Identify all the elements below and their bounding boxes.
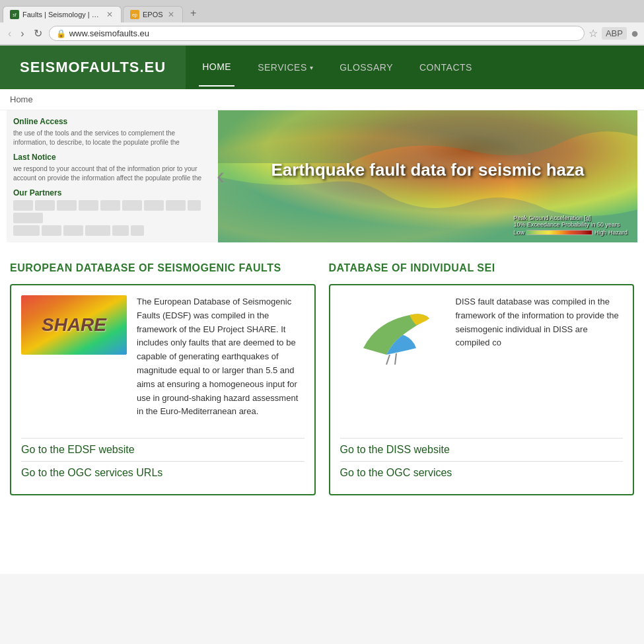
site-logo: SEISMOFAULTS.EU [0, 46, 186, 89]
tab-close-1[interactable]: ✕ [105, 10, 114, 19]
partner-logo [13, 225, 40, 236]
nav-services-arrow: ▾ [310, 64, 314, 71]
partner-logo [112, 225, 129, 236]
lock-icon: 🔒 [56, 29, 66, 38]
forward-button[interactable]: › [18, 26, 26, 41]
browser-chrome: sf Faults | Seismology | E... ✕ ep EPOS … [0, 0, 644, 46]
diss-bird-svg [350, 302, 436, 368]
hero-section1-text: the use of the tools and the services to… [13, 129, 211, 147]
diss-ogc-link[interactable]: Go to the OGC services [340, 461, 624, 484]
adblock-ext-button[interactable]: ABP [602, 27, 627, 40]
edsf-description: The European Database of Seismogenic Fau… [137, 295, 304, 419]
diss-title: DATABASE OF INDIVIDUAL SEI [329, 262, 635, 274]
breadcrumb: Home [0, 89, 644, 110]
partner-logo [35, 200, 55, 211]
nav-glossary[interactable]: GLOSSARY [336, 49, 396, 86]
site-nav: HOME SERVICES ▾ GLOSSARY CONTACTS [186, 46, 489, 89]
browser-toolbar: ‹ › ↻ 🔒 www.seismofaults.eu ☆ ABP ● [0, 22, 644, 45]
share-logo-text: SHARE [42, 314, 106, 336]
hero-right-panel: Peak Ground Acceleration [g]10% Exceedan… [218, 110, 637, 242]
edsf-links: Go to the EDSF website Go to the OGC ser… [21, 438, 304, 484]
diss-website-link[interactable]: Go to the DISS website [340, 438, 624, 461]
hero-left-panel: Online Access the use of the tools and t… [7, 110, 218, 242]
edsf-card: SHARE The European Database of Seismogen… [10, 284, 316, 495]
color-ext-button[interactable]: ● [631, 26, 639, 41]
edsf-share-logo: SHARE [21, 295, 127, 355]
hero-slide-text: Earthquake fault data for seismic haza [239, 160, 617, 180]
new-tab-button[interactable]: + [184, 4, 203, 22]
tab-close-2[interactable]: ✕ [166, 10, 176, 19]
partner-logo [100, 200, 120, 211]
browser-tab-1[interactable]: sf Faults | Seismology | E... ✕ [3, 6, 122, 22]
partners-section: Our Partners [13, 188, 211, 236]
partner-logo [13, 213, 43, 223]
partner-logo [57, 200, 77, 211]
site-header: SEISMOFAULTS.EU HOME SERVICES ▾ GLOSSARY… [0, 46, 644, 89]
diss-description: DISS fault database was compiled in the … [456, 295, 624, 375]
nav-home[interactable]: HOME [199, 48, 234, 87]
tab-title-1: Faults | Seismology | E... [22, 11, 102, 18]
nav-services-label: SERVICES [258, 62, 307, 73]
map-legend: Peak Ground Acceleration [g]10% Exceedan… [513, 215, 627, 236]
url-text: www.seismofaults.eu [69, 28, 149, 38]
back-button[interactable]: ‹ [5, 26, 14, 41]
partner-logo [42, 225, 61, 236]
hero-section2-text: we respond to your account that of the i… [13, 164, 211, 183]
breadcrumb-home[interactable]: Home [10, 94, 33, 104]
partner-logo [63, 225, 83, 236]
bookmark-star[interactable]: ☆ [589, 27, 598, 40]
edsf-website-link[interactable]: Go to the EDSF website [21, 438, 304, 461]
tab-favicon-1: sf [10, 10, 19, 19]
diss-section: DATABASE OF INDIVIDUAL SEI [329, 262, 635, 495]
partner-logo [166, 200, 186, 211]
diss-links: Go to the DISS website Go to the OGC ser… [340, 438, 624, 484]
hero-slider: Online Access the use of the tools and t… [7, 110, 637, 242]
partner-logo [188, 200, 201, 211]
svg-line-4 [395, 353, 396, 365]
address-bar[interactable]: 🔒 www.seismofaults.eu [49, 26, 585, 41]
browser-tabs: sf Faults | Seismology | E... ✕ ep EPOS … [0, 0, 644, 22]
hero-section1-title: Online Access [13, 117, 211, 126]
partner-logo [131, 225, 144, 236]
diss-card-top: DISS fault database was compiled in the … [340, 295, 624, 375]
tab-favicon-2: ep [130, 10, 139, 19]
edsf-ogc-link[interactable]: Go to the OGC services URLs [21, 461, 304, 484]
nav-contacts[interactable]: CONTACTS [416, 49, 476, 86]
partner-logo [79, 200, 98, 211]
browser-tab-2[interactable]: ep EPOS ✕ [123, 6, 183, 22]
edsf-title: EUROPEAN DATABASE OF SEISMOGENIC FAULTS [10, 262, 316, 274]
partner-logo [13, 200, 33, 211]
partners-title: Our Partners [13, 188, 211, 197]
diss-logo [340, 295, 446, 375]
diss-card: DISS fault database was compiled in the … [329, 284, 635, 495]
tab-title-2: EPOS [143, 11, 163, 18]
svg-line-3 [386, 355, 390, 365]
main-content: EUROPEAN DATABASE OF SEISMOGENIC FAULTS [0, 242, 644, 515]
partner-logo [85, 225, 110, 236]
edsf-card-top: SHARE The European Database of Seismogen… [21, 295, 304, 419]
partner-logo [144, 200, 164, 211]
hero-prev-button[interactable]: ‹ [217, 162, 225, 190]
partners-logos-2 [13, 225, 211, 236]
reload-button[interactable]: ↻ [31, 26, 45, 41]
edsf-section: EUROPEAN DATABASE OF SEISMOGENIC FAULTS [10, 262, 316, 495]
page-wrapper: SEISMOFAULTS.EU HOME SERVICES ▾ GLOSSARY… [0, 46, 644, 574]
partners-logos [13, 200, 211, 223]
hero-slider-inner: Online Access the use of the tools and t… [7, 110, 637, 242]
nav-services[interactable]: SERVICES ▾ [254, 49, 316, 86]
partner-logo [122, 200, 142, 211]
hero-section2-title: Last Notice [13, 153, 211, 162]
